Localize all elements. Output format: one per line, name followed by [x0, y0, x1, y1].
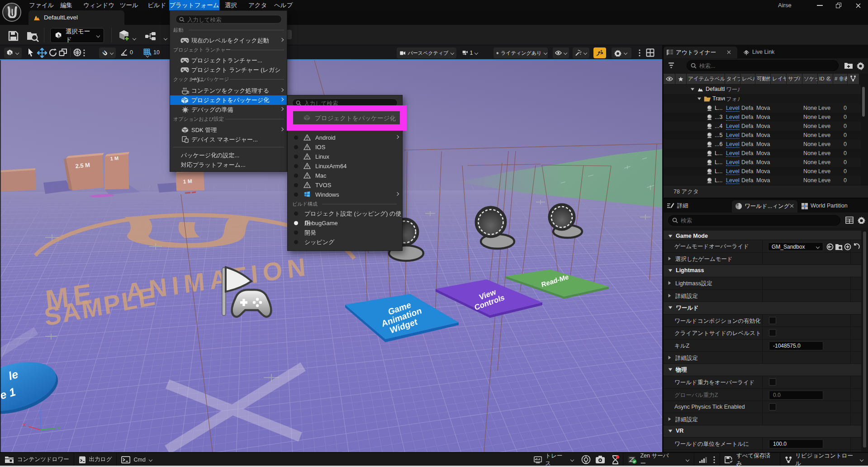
- svg-text:2.5 M: 2.5 M: [75, 161, 90, 170]
- svg-text:1 M: 1 M: [183, 178, 192, 185]
- svg-text:1 M: 1 M: [110, 155, 119, 161]
- svg-text:u: u: [307, 193, 309, 198]
- svg-text:Z: Z: [39, 408, 42, 414]
- svg-text:X: X: [23, 422, 26, 428]
- svg-text:Y: Y: [57, 426, 61, 431]
